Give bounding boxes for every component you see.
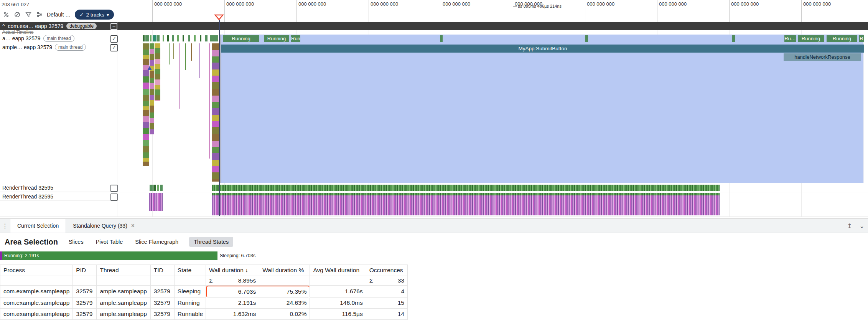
thin-slice[interactable] (173, 43, 174, 59)
close-tab-icon[interactable]: × (131, 222, 135, 229)
running-slice[interactable]: R (859, 35, 864, 42)
track-shell-renderthread-slices[interactable]: RenderThread 32595 (0, 193, 117, 201)
thread-state-slice[interactable] (157, 185, 159, 191)
expand-panel-icon[interactable]: ↥ (843, 219, 856, 233)
running-slice[interactable]: Running (223, 35, 259, 42)
thread-state-slice[interactable] (172, 35, 174, 41)
hidden-track-row[interactable]: Actual Timeline (0, 30, 117, 35)
workspace-selector[interactable]: Default … (47, 12, 71, 18)
process-group-header[interactable]: ^ com.exa… eapp 32579 debuggable (0, 22, 868, 30)
thread-state-slice[interactable] (157, 35, 160, 41)
thread-state-slice[interactable] (145, 35, 149, 41)
ruler-tick-label: 000 000 000 (371, 1, 398, 7)
thread-state-slice[interactable] (167, 35, 169, 41)
filter-icon[interactable] (25, 11, 32, 18)
sigma-icon: Σ (209, 277, 213, 284)
flame-slices-strip[interactable] (212, 43, 219, 182)
running-slice[interactable]: Running (798, 35, 824, 42)
timeline-section: 203 661 027 000 000 000 000 000 000 000 … (0, 0, 868, 218)
thread-state-slice[interactable] (183, 35, 184, 41)
tab-slice-flamegraph[interactable]: Slice Flamegraph (133, 237, 180, 247)
tab-slices[interactable]: Slices (67, 237, 85, 247)
area-selection-overlay[interactable]: Running Running Run… Ru… Running Running… (221, 35, 863, 183)
col-wall-duration-pct[interactable]: Wall duration % (259, 265, 310, 276)
running-slice[interactable] (585, 35, 588, 42)
thin-slice[interactable] (191, 43, 192, 61)
running-bar-segment: Running: 2.191s (2, 251, 217, 260)
tab-pivot-table[interactable]: Pivot Table (94, 237, 125, 247)
collapse-group-icon[interactable]: – (110, 23, 117, 30)
tab-current-selection[interactable]: Current Selection (10, 219, 66, 233)
track-shell-main-thread-states[interactable]: a… eapp 32579 main thread (0, 35, 117, 42)
thread-state-slice[interactable] (143, 35, 145, 41)
ruler-tick (801, 0, 802, 22)
table-row-running[interactable]: com.example.sampleapp 32579 ample.sample… (0, 298, 408, 309)
dense-slices[interactable] (212, 195, 720, 215)
thread-state-slice[interactable] (153, 35, 156, 41)
share-icon[interactable] (36, 11, 43, 18)
thin-slice[interactable] (199, 43, 200, 78)
col-wall-duration[interactable]: Wall duration ↓ (206, 265, 259, 276)
thin-slice[interactable] (179, 43, 180, 109)
pan-zoom-icon[interactable] (2, 11, 10, 18)
collapse-panel-icon[interactable]: ⌄ (856, 219, 868, 233)
ruler-tick (513, 0, 513, 22)
thin-slice[interactable] (185, 43, 186, 70)
col-process[interactable]: Process (0, 265, 73, 276)
thread-state-slice[interactable] (188, 35, 190, 41)
tracks-filter-button[interactable]: ✓ 2 tracks ▾ (75, 10, 114, 20)
selection-marker-line[interactable] (219, 20, 220, 216)
sort-desc-icon[interactable]: ↓ (245, 267, 248, 273)
track-shell-main-thread-slices[interactable]: ample… eapp 32579 main thread (0, 43, 117, 51)
dense-thread-state-slices[interactable] (212, 185, 720, 191)
handle-network-response-slice[interactable]: handleNetworkResponse (784, 53, 861, 61)
submit-button-slice[interactable]: MyApp:SubmitButton (221, 45, 864, 53)
col-thread[interactable]: Thread (97, 265, 150, 276)
col-occurrences[interactable]: Occurrences (366, 265, 408, 276)
col-avg-wall-duration[interactable]: Avg Wall duration (310, 265, 366, 276)
thread-state-slice[interactable] (177, 35, 179, 41)
ruler-tick (369, 0, 369, 22)
thread-state-slice[interactable] (210, 35, 218, 41)
drag-handle-icon[interactable]: ⋮ (0, 219, 10, 233)
running-slice[interactable]: Ru… (784, 35, 796, 42)
col-tid[interactable]: TID (151, 265, 175, 276)
table-row-runnable[interactable]: com.example.sampleapp 32579 ample.sample… (0, 309, 408, 320)
process-title: com.exa… eapp 32579 (8, 23, 64, 29)
thread-state-slice[interactable] (200, 35, 201, 41)
running-slice[interactable]: Running (264, 35, 289, 42)
thread-state-slice[interactable] (153, 185, 156, 191)
tab-thread-states[interactable]: Thread States (189, 237, 233, 247)
flame-slices-strip[interactable] (155, 43, 160, 101)
flame-slices-strip[interactable] (143, 43, 149, 166)
ruler-tick (296, 0, 297, 22)
track-shell-renderthread-states[interactable]: RenderThread 32595 (0, 184, 117, 192)
thread-state-slice[interactable] (205, 35, 208, 41)
highlighted-wall-duration: 6.703s (206, 286, 259, 298)
table-header-row: Process PID Thread TID State Wall durati… (0, 265, 408, 276)
thread-state-slice[interactable] (160, 185, 163, 191)
sleeping-bar-segment: Sleeping: 6.703s (220, 251, 255, 260)
flame-slices-strip[interactable] (150, 43, 154, 134)
deselect-icon[interactable] (13, 11, 21, 18)
tabstrip-spacer (142, 219, 843, 233)
thin-slice[interactable] (169, 43, 170, 64)
collapse-caret-icon[interactable]: ^ (2, 23, 5, 29)
col-state[interactable]: State (175, 265, 206, 276)
thread-state-slice[interactable] (163, 35, 164, 41)
sidebar-divider (117, 22, 117, 217)
running-slice[interactable]: Running (827, 35, 857, 42)
table-row-sleeping[interactable]: com.example.sampleapp 32579 ample.sample… (0, 286, 408, 298)
tab-standalone-query[interactable]: Standalone Query (33) × (66, 219, 142, 233)
running-slice[interactable] (732, 35, 735, 42)
thread-state-slice[interactable] (194, 35, 196, 41)
running-slice[interactable] (440, 35, 443, 42)
dense-slices[interactable] (149, 193, 163, 211)
running-slice[interactable]: Run… (291, 35, 300, 42)
thin-slice[interactable] (209, 43, 210, 159)
thread-state-slice[interactable] (150, 35, 152, 41)
totals-row: Σ8.895s Σ33 (0, 276, 408, 286)
marker-arrow-icon (147, 66, 152, 70)
col-pid[interactable]: PID (73, 265, 97, 276)
thread-state-slice[interactable] (150, 185, 153, 191)
